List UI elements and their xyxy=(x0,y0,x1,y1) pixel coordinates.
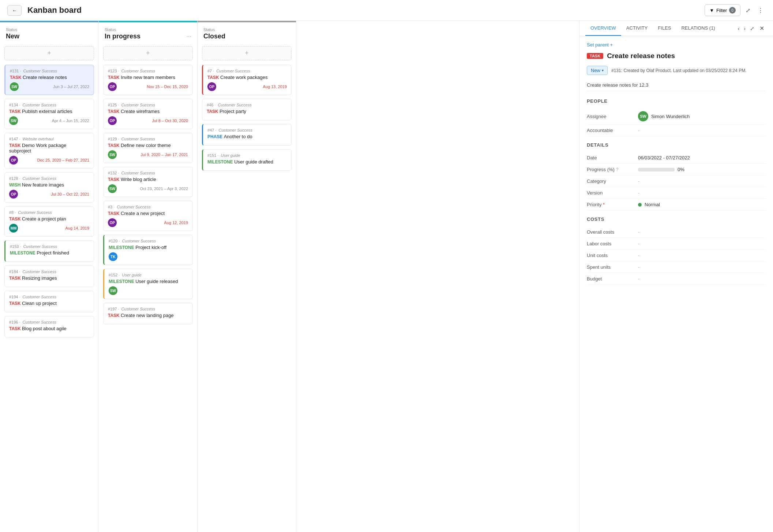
detail-row-spent-units: Spent units- xyxy=(587,261,766,273)
card-top: #8 ·Customer Success xyxy=(9,210,89,215)
tab-next-icon[interactable]: › xyxy=(742,23,748,34)
expand-button[interactable]: ⤢ xyxy=(743,5,753,16)
add-card-button-inprogress[interactable]: + xyxy=(103,46,193,60)
detail-row-value: - xyxy=(638,253,766,258)
progress-help-icon[interactable]: ? xyxy=(616,167,619,172)
card-category: Customer Success xyxy=(23,176,56,181)
card-top: #7 ·Customer Success xyxy=(207,69,287,73)
card-footer: OPJul 30 – Oct 22, 2021 xyxy=(9,190,89,199)
detail-row-budget: Budget- xyxy=(587,273,766,285)
card-category: Customer Success xyxy=(23,103,56,107)
card-top: #153 ·Customer Success xyxy=(10,244,89,249)
card-category: Customer Success xyxy=(218,103,251,107)
detail-row-label: Version xyxy=(587,190,634,196)
table-row[interactable]: #194 ·Customer SuccessTASK Clean up proj… xyxy=(4,291,94,312)
tab-overview[interactable]: OVERVIEW xyxy=(585,21,621,36)
card-category: Customer Success xyxy=(121,171,155,175)
add-card-button-closed[interactable]: + xyxy=(202,46,292,60)
card-category: User guide xyxy=(221,153,240,158)
card-top: #123 ·Customer Success xyxy=(108,69,188,73)
more-options-button[interactable]: ⋮ xyxy=(755,5,766,16)
priority-dot xyxy=(638,203,642,207)
table-row[interactable]: #196 ·Customer SuccessTASK Blog post abo… xyxy=(4,316,94,337)
table-row[interactable]: #8 ·Customer SuccessTASK Create a projec… xyxy=(4,206,94,237)
table-row[interactable]: #7 ·Customer SuccessTASK Create work pac… xyxy=(202,65,292,95)
table-row[interactable]: #153 ·Customer SuccessMILESTONE Project … xyxy=(4,240,94,262)
card-footer: SWJul 9, 2020 – Jan 17, 2021 xyxy=(108,150,188,159)
assignee-name: Simon Wunderlich xyxy=(651,114,690,119)
status-badge[interactable]: New▾ xyxy=(587,66,608,75)
table-row[interactable]: #120 ·Customer SuccessMILESTONE Project … xyxy=(103,235,193,265)
column-new: StatusNew+#131 ·Customer SuccessTASK Cre… xyxy=(0,21,99,532)
expand-panel-icon[interactable]: ⤢ xyxy=(748,23,757,34)
card-type-badge: TASK xyxy=(9,143,22,148)
card-title-text: Another to do xyxy=(224,134,252,139)
close-panel-icon[interactable]: ✕ xyxy=(757,22,767,35)
tab-prev-icon[interactable]: ‹ xyxy=(736,23,742,34)
table-row[interactable]: #151 ·User guideMILESTONE User guide dra… xyxy=(202,149,292,171)
table-row[interactable]: #125 ·Customer SuccessTASK Create wirefr… xyxy=(103,99,193,129)
table-row[interactable]: #128 ·Customer SuccessWISH New feature i… xyxy=(4,172,94,203)
card-category: Website overhaul xyxy=(23,137,54,141)
card-footer: OPDec 25, 2020 – Feb 27, 2021 xyxy=(9,156,89,165)
avatar: OP xyxy=(108,218,117,227)
card-category: Customer Success xyxy=(18,210,52,215)
table-row[interactable]: #123 ·Customer SuccessTASK Invite new te… xyxy=(103,65,193,95)
column-status-label: Status xyxy=(203,27,290,32)
table-row[interactable]: #132 ·Customer SuccessTASK Write blog ar… xyxy=(103,167,193,197)
filter-button[interactable]: ▼ Filter 0 xyxy=(705,4,740,16)
avatar: SW xyxy=(108,184,117,193)
card-id: #196 · xyxy=(9,320,20,324)
card-id: #194 · xyxy=(9,295,20,299)
card-category: Customer Success xyxy=(23,269,56,274)
assignee-avatar: SW xyxy=(638,111,648,121)
table-row[interactable]: #147 ·Website overhaulTASK Demo Work pac… xyxy=(4,133,94,169)
table-row[interactable]: #129 ·Customer SuccessTASK Define new co… xyxy=(103,133,193,163)
card-category: Customer Success xyxy=(121,307,155,311)
card-category: Customer Success xyxy=(23,295,56,299)
card-title-text: Create new landing page xyxy=(121,313,174,318)
card-title-row: TASK Create wireframes xyxy=(108,109,188,114)
table-row[interactable]: #184 ·Customer SuccessTASK Resizing imag… xyxy=(4,265,94,287)
card-top: #134 ·Customer Success xyxy=(9,103,89,107)
table-row[interactable]: #197 ·Customer SuccessTASK Create new la… xyxy=(103,303,193,324)
tab-files[interactable]: FILES xyxy=(653,21,676,36)
card-top: #184 ·Customer Success xyxy=(9,269,89,274)
detail-row-accountable: Accountable- xyxy=(587,125,766,136)
status-label: New xyxy=(591,68,600,73)
tab-activity[interactable]: ACTIVITY xyxy=(621,21,653,36)
table-row[interactable]: #131 ·Customer SuccessTASK Create releas… xyxy=(4,65,94,95)
detail-row-value: 06/03/2022 - 07/27/2022 xyxy=(638,155,766,161)
detail-row-label: Assignee xyxy=(587,114,634,119)
table-row[interactable]: #134 ·Customer SuccessTASK Publish exter… xyxy=(4,99,94,129)
card-type-badge: TASK xyxy=(108,109,121,114)
card-type-badge: TASK xyxy=(108,313,121,318)
card-title-text: Project kick-off xyxy=(135,245,166,250)
card-title-row: PHASE Another to do xyxy=(207,134,287,139)
set-parent-button[interactable]: Set parent + xyxy=(587,42,766,48)
table-row[interactable]: #47 ·Customer SuccessPHASE Another to do xyxy=(202,124,292,146)
card-top: #131 ·Customer Success xyxy=(10,69,89,73)
column-menu-icon[interactable]: ··· xyxy=(187,33,191,40)
card-title-text: Create a project plan xyxy=(22,216,66,222)
table-row[interactable]: #3 ·Customer SuccessTASK Create a new pr… xyxy=(103,201,193,231)
detail-row-label: Labor costs xyxy=(587,241,634,246)
detail-row-value: SWSimon Wunderlich xyxy=(638,111,766,121)
detail-row-assignee: AssigneeSWSimon Wunderlich xyxy=(587,108,766,125)
detail-row-value: - xyxy=(638,190,766,196)
add-card-button-new[interactable]: + xyxy=(4,46,94,60)
section-title-people: PEOPLE xyxy=(587,98,766,104)
table-row[interactable]: #46 ·Customer SuccessTASK Project party xyxy=(202,99,292,120)
card-category: Customer Success xyxy=(117,205,150,209)
card-id: #120 · xyxy=(109,239,120,243)
table-row[interactable]: #152 ·User guideMILESTONE User guide rel… xyxy=(103,269,193,299)
card-id: #7 · xyxy=(207,69,214,73)
card-category: Customer Success xyxy=(121,103,155,107)
detail-row-label: Progress (%)? xyxy=(587,167,634,172)
back-button[interactable]: ← xyxy=(7,5,22,16)
column-header-row: New xyxy=(6,33,93,40)
detail-row-label: Unit costs xyxy=(587,253,634,258)
detail-row-value: Normal xyxy=(638,202,766,207)
tab-relations----[interactable]: RELATIONS (1) xyxy=(676,21,720,36)
card-title-text: Write blog article xyxy=(121,177,156,182)
